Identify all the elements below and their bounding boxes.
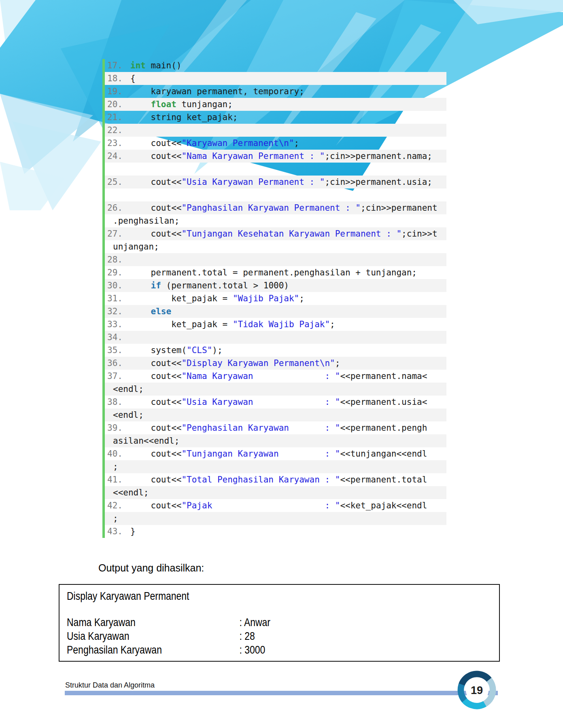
code-token: ket_pajak = bbox=[130, 320, 233, 329]
line-number: 22. bbox=[105, 124, 130, 137]
code-token: if bbox=[151, 281, 161, 290]
line-number: 27. bbox=[105, 227, 130, 240]
line-number: 37. bbox=[105, 370, 130, 383]
code-token: ;cin>>permanent.nama; bbox=[325, 151, 432, 161]
code-token: unjangan; bbox=[113, 242, 159, 252]
output-section-label: Output yang dihasilkan: bbox=[98, 562, 204, 574]
code-line-continuation: <<endl; bbox=[105, 486, 446, 499]
code-token: ; bbox=[113, 462, 118, 472]
code-token: "Penghasilan Karyawan : " bbox=[181, 423, 340, 433]
code-line: 30. if (permanent.total > 1000) bbox=[105, 279, 446, 292]
code-line: 36. cout<<"Display Karyawan Permanent\n"… bbox=[105, 357, 446, 370]
code-line: 34. bbox=[105, 331, 446, 344]
code-token: ); bbox=[212, 345, 222, 355]
code-token: cout<< bbox=[130, 501, 181, 510]
code-line: 40. cout<<"Tunjangan Karyawan : "<<tunja… bbox=[105, 447, 446, 460]
code-token: <<permanent.usia< bbox=[340, 397, 427, 407]
code-token: .penghasilan; bbox=[113, 216, 179, 226]
line-number: 25. bbox=[105, 176, 130, 188]
line-number: 35. bbox=[105, 344, 130, 357]
line-number: 24. bbox=[105, 150, 130, 163]
code-line: 43.} bbox=[105, 525, 446, 538]
line-number: 31. bbox=[105, 292, 130, 305]
line-number: 23. bbox=[105, 137, 130, 150]
code-line: 28. bbox=[105, 253, 446, 266]
code-token: <endl; bbox=[113, 384, 144, 394]
code-token bbox=[130, 99, 151, 109]
code-token: karyawan permanent, temporary; bbox=[130, 87, 304, 96]
code-token: ;cin>>t bbox=[402, 229, 438, 239]
line-number: 42. bbox=[105, 499, 130, 512]
code-token: string ket_pajak; bbox=[130, 112, 238, 122]
line-number: 18. bbox=[105, 72, 130, 85]
code-token: ; bbox=[299, 294, 304, 303]
code-token: cout<< bbox=[130, 423, 181, 433]
line-number: 28. bbox=[105, 253, 130, 266]
output-row-label: Nama Karyawan bbox=[67, 616, 239, 629]
code-line: 38. cout<<"Usia Karyawan : "<<permanent.… bbox=[105, 396, 446, 408]
code-token: <endl; bbox=[113, 410, 144, 420]
code-token: system( bbox=[130, 345, 187, 355]
code-token: "Wajib Pajak" bbox=[233, 294, 299, 303]
code-token: { bbox=[130, 74, 136, 83]
line-number: 43. bbox=[105, 525, 130, 538]
code-token: ; bbox=[294, 138, 300, 148]
code-token: else bbox=[151, 307, 172, 316]
code-token: cout<< bbox=[130, 358, 181, 368]
code-token: <<ket_pajak<<endl bbox=[340, 501, 427, 510]
code-token: "Nama Karyawan : " bbox=[181, 371, 340, 381]
code-token: ;cin>>permanent bbox=[361, 203, 438, 213]
code-token: tunjangan; bbox=[176, 99, 233, 109]
code-line bbox=[105, 163, 446, 176]
code-line: 24. cout<<"Nama Karyawan Permanent : ";c… bbox=[105, 150, 446, 163]
code-token: cout<< bbox=[130, 371, 181, 381]
code-token: cout<< bbox=[130, 475, 181, 485]
code-line-continuation: <endl; bbox=[105, 408, 446, 421]
line-number: 30. bbox=[105, 279, 130, 292]
code-line: 32. else bbox=[105, 305, 446, 318]
code-token: cout<< bbox=[130, 177, 181, 187]
code-line: 42. cout<<"Pajak : "<<ket_pajak<<endl bbox=[105, 499, 446, 512]
code-token: "Nama Karyawan Permanent : " bbox=[181, 151, 325, 161]
footer-book-title: Struktur Data dan Algoritma bbox=[65, 681, 155, 690]
line-number: 26. bbox=[105, 201, 130, 214]
code-token: permanent.total = permanent.penghasilan … bbox=[130, 268, 417, 277]
footer-divider-bar bbox=[65, 691, 498, 695]
code-token: ; bbox=[113, 514, 118, 523]
code-token: "Usia Karyawan : " bbox=[181, 397, 340, 407]
code-token: "Usia Karyawan Permanent : " bbox=[181, 177, 325, 187]
code-token: "Panghasilan Karyawan Permanent : " bbox=[181, 203, 361, 213]
code-listing: 17.int main()18.{19. karyawan permanent,… bbox=[102, 59, 446, 538]
code-line: 22. bbox=[105, 124, 446, 137]
code-line-continuation: .penghasilan; bbox=[105, 214, 446, 227]
code-token: cout<< bbox=[130, 449, 181, 459]
output-row-value: : 28 bbox=[239, 630, 255, 642]
code-token: int bbox=[130, 61, 146, 70]
code-token: "Tunjangan Karyawan : " bbox=[181, 449, 340, 459]
code-token: <<endl; bbox=[113, 488, 149, 497]
code-line: 37. cout<<"Nama Karyawan : "<<permanent.… bbox=[105, 370, 446, 383]
code-token bbox=[130, 307, 151, 316]
output-row: Usia Karyawan: 28 bbox=[67, 629, 500, 643]
code-token: main() bbox=[146, 61, 182, 70]
code-token: ;cin>>permanent.usia; bbox=[325, 177, 432, 187]
code-token: ket_pajak = bbox=[130, 294, 233, 303]
code-line: 29. permanent.total = permanent.penghasi… bbox=[105, 266, 446, 279]
code-token: "Tunjangan Kesehatan Karyawan Permanent … bbox=[181, 229, 402, 239]
code-token: } bbox=[130, 527, 136, 536]
code-line: 41. cout<<"Total Penghasilan Karyawan : … bbox=[105, 473, 446, 486]
page-number-badge: 19 bbox=[457, 671, 496, 709]
code-token: cout<< bbox=[130, 203, 181, 213]
output-row: Penghasilan Karyawan: 3000 bbox=[67, 643, 500, 657]
output-row-label: Usia Karyawan bbox=[67, 629, 239, 643]
line-number: 40. bbox=[105, 447, 130, 460]
code-line: 21. string ket_pajak; bbox=[105, 111, 446, 124]
code-token: "CLS" bbox=[187, 345, 212, 355]
line-number: 38. bbox=[105, 396, 130, 408]
output-title: Display Karyawan Permanent bbox=[67, 589, 500, 603]
line-number: 19. bbox=[105, 85, 130, 98]
line-number: 36. bbox=[105, 357, 130, 370]
code-line: 19. karyawan permanent, temporary; bbox=[105, 85, 446, 98]
line-number: 21. bbox=[105, 111, 130, 124]
code-token: cout<< bbox=[130, 229, 181, 239]
